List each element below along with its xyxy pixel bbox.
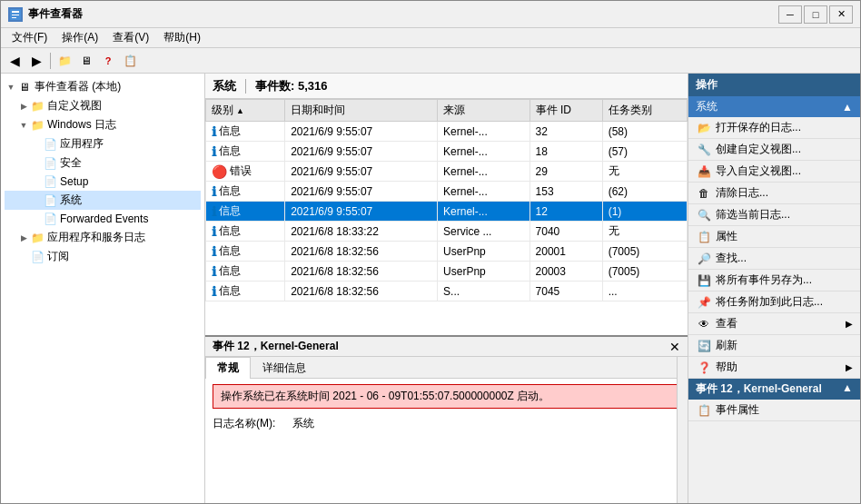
tab-detail[interactable]: 详细信息 bbox=[251, 357, 318, 379]
action-item[interactable]: 📋 属性 bbox=[688, 226, 860, 248]
menu-help[interactable]: 帮助(H) bbox=[156, 28, 208, 47]
action-icon-0: 📂 bbox=[696, 121, 712, 135]
tree-item-forwarded[interactable]: 📄 Forwarded Events bbox=[5, 210, 201, 228]
custom-views-label: 自定义视图 bbox=[47, 98, 102, 114]
tree-item-security[interactable]: 📄 安全 bbox=[5, 153, 201, 173]
cell-source: Service ... bbox=[438, 222, 530, 242]
action-icon-5: 📋 bbox=[696, 230, 712, 244]
action-item[interactable]: 🔧 创建自定义视图... bbox=[688, 139, 860, 161]
cell-eventid: 7045 bbox=[529, 282, 602, 301]
close-button[interactable]: ✕ bbox=[829, 5, 853, 24]
cell-source: Kernel-... bbox=[438, 142, 530, 162]
table-row[interactable]: ℹ信息 2021/6/9 9:55:07 Kernel-... 18 (57) bbox=[206, 142, 688, 162]
maximize-button[interactable]: □ bbox=[804, 5, 827, 24]
cell-level: ℹ信息 bbox=[206, 122, 285, 142]
col-datetime[interactable]: 日期和时间 bbox=[285, 100, 438, 122]
table-row[interactable]: 🔴错误 2021/6/9 9:55:07 Kernel-... 29 无 bbox=[206, 162, 688, 182]
logname-label: 日志名称(M): bbox=[213, 416, 285, 431]
forward-button[interactable]: ▶ bbox=[26, 51, 46, 71]
minimize-button[interactable]: ─ bbox=[778, 5, 802, 24]
action-item[interactable]: 🔎 查找... bbox=[688, 248, 860, 270]
tree-item-custom-views[interactable]: ▶ 📁 自定义视图 bbox=[5, 96, 201, 115]
action-label: 创建自定义视图... bbox=[716, 142, 801, 157]
info-icon: ℹ bbox=[212, 284, 216, 299]
cell-source: S... bbox=[438, 282, 530, 301]
action-item[interactable]: 📌 将任务附加到此日志... bbox=[688, 292, 860, 313]
logname-value: 系统 bbox=[292, 416, 314, 431]
window-controls: ─ □ ✕ bbox=[778, 5, 853, 24]
subscriptions-icon: 📄 bbox=[30, 250, 45, 264]
back-button[interactable]: ◀ bbox=[5, 51, 25, 71]
cell-task: (62) bbox=[602, 182, 687, 202]
cell-datetime: 2021/6/9 9:55:07 bbox=[285, 202, 438, 222]
tree-item-setup[interactable]: 📄 Setup bbox=[5, 173, 201, 191]
help-toolbar-button[interactable]: ? bbox=[98, 51, 118, 71]
action-item[interactable]: 💾 将所有事件另存为... bbox=[688, 270, 860, 292]
table-row[interactable]: ℹ信息 2021/6/9 9:55:07 Kernel-... 153 (62) bbox=[206, 182, 688, 202]
tab-general[interactable]: 常规 bbox=[205, 357, 251, 379]
cell-level: ℹ信息 bbox=[206, 262, 285, 282]
table-row[interactable]: ℹ信息 2021/6/8 18:32:56 UserPnp 20003 (700… bbox=[206, 262, 688, 282]
table-row[interactable]: ℹ信息 2021/6/9 9:55:07 Kernel-... 32 (58) bbox=[206, 122, 688, 142]
info-icon: ℹ bbox=[212, 144, 216, 159]
col-source[interactable]: 来源 bbox=[438, 100, 530, 122]
action-icon-4: 🔍 bbox=[696, 208, 712, 222]
action-item[interactable]: 🔍 筛选当前日志... bbox=[688, 204, 860, 226]
cell-eventid: 153 bbox=[529, 182, 602, 202]
cell-eventid: 12 bbox=[529, 202, 602, 222]
cell-eventid: 32 bbox=[529, 122, 602, 142]
table-row[interactable]: ℹ信息 2021/6/9 9:55:07 Kernel-... 12 (1) bbox=[206, 202, 688, 222]
app-services-icon: 📁 bbox=[30, 231, 45, 245]
tree-item-app-services[interactable]: ▶ 📁 应用程序和服务日志 bbox=[5, 228, 201, 247]
action-label: 刷新 bbox=[716, 338, 737, 353]
open-button[interactable]: 📁 bbox=[54, 51, 74, 71]
action-item[interactable]: 📂 打开保存的日志... bbox=[688, 117, 860, 139]
action-item[interactable]: 📥 导入自定义视图... bbox=[688, 161, 860, 183]
console-button[interactable]: 🖥 bbox=[76, 51, 96, 71]
detail-scrollbar[interactable] bbox=[677, 357, 688, 503]
menu-view[interactable]: 查看(V) bbox=[105, 28, 156, 47]
cell-task: (57) bbox=[602, 142, 687, 162]
tree-item-system[interactable]: 📄 系统 bbox=[5, 191, 201, 210]
cell-source: UserPnp bbox=[438, 262, 530, 282]
cell-source: UserPnp bbox=[438, 242, 530, 262]
tree-item-application[interactable]: 📄 应用程序 bbox=[5, 134, 201, 153]
info-icon: ℹ bbox=[212, 264, 216, 279]
log-button[interactable]: 📋 bbox=[120, 51, 140, 71]
action-item[interactable]: 👁 查看 ▶ bbox=[688, 313, 860, 335]
expand-arrow-svc: ▶ bbox=[17, 233, 30, 242]
event-count: 事件数: 5,316 bbox=[255, 78, 327, 94]
table-row[interactable]: ℹ信息 2021/6/8 18:32:56 S... 7045 ... bbox=[206, 282, 688, 301]
tree-item-root[interactable]: ▼ 🖥 事件查看器 (本地) bbox=[5, 77, 201, 96]
menu-action[interactable]: 操作(A) bbox=[54, 28, 105, 47]
tree-item-windows-log[interactable]: ▼ 📁 Windows 日志 bbox=[5, 115, 201, 134]
action-icon-8: 📌 bbox=[696, 295, 712, 310]
action-item[interactable]: ❓ 帮助 ▶ bbox=[688, 357, 860, 379]
center-header: 系统 事件数: 5,316 bbox=[205, 74, 688, 99]
col-eventid[interactable]: 事件 ID bbox=[529, 100, 602, 122]
event-action-label: 事件属性 bbox=[716, 402, 759, 418]
action-item[interactable]: 🗑 清除日志... bbox=[688, 183, 860, 204]
event-table-container[interactable]: 级别▲ 日期和时间 来源 事件 ID 任务类别 ℹ信息 2021/6/9 9:5… bbox=[205, 99, 688, 335]
table-row[interactable]: ℹ信息 2021/6/8 18:33:22 Service ... 7040 无 bbox=[206, 222, 688, 242]
info-icon: ℹ bbox=[212, 224, 216, 239]
action-item[interactable]: 🔄 刷新 bbox=[688, 335, 860, 357]
table-row[interactable]: ℹ信息 2021/6/8 18:32:56 UserPnp 20001 (700… bbox=[206, 242, 688, 262]
event-section-label: 事件 12，Kernel-General bbox=[696, 381, 822, 397]
expand-arrow-custom: ▶ bbox=[17, 102, 30, 111]
main-window: 事件查看器 ─ □ ✕ 文件(F) 操作(A) 查看(V) 帮助(H) ◀ ▶ … bbox=[0, 0, 861, 504]
cell-source: Kernel-... bbox=[438, 122, 530, 142]
window-title: 事件查看器 bbox=[28, 6, 778, 22]
setup-label: Setup bbox=[60, 175, 88, 188]
detail-close-button[interactable]: ✕ bbox=[669, 340, 680, 354]
action-icon-2: 📥 bbox=[696, 164, 712, 179]
tree-item-subscriptions[interactable]: 📄 订阅 bbox=[5, 247, 201, 266]
action-icon-3: 🗑 bbox=[696, 186, 712, 201]
col-task[interactable]: 任务类别 bbox=[602, 100, 687, 122]
detail-title-bar: 事件 12，Kernel-General ✕ bbox=[205, 337, 688, 357]
action-label: 将所有事件另存为... bbox=[716, 272, 812, 288]
menu-file[interactable]: 文件(F) bbox=[5, 28, 54, 47]
event-action-item[interactable]: 📋 事件属性 bbox=[688, 400, 860, 421]
toolbar: ◀ ▶ 📁 🖥 ? 📋 bbox=[1, 48, 860, 74]
col-level[interactable]: 级别▲ bbox=[206, 100, 285, 122]
